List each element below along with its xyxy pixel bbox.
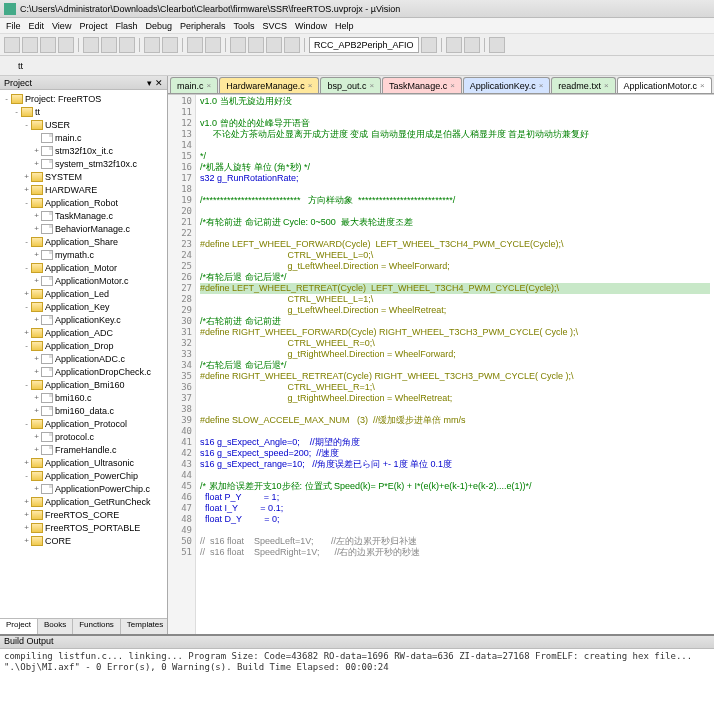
menu-edit[interactable]: Edit xyxy=(29,21,45,31)
code-content[interactable]: v1.0 当机无旋边用好没 v1.0 曾的处的处峰导开语音 不论处方茶动后处显离… xyxy=(196,95,714,634)
menu-tools[interactable]: Tools xyxy=(233,21,254,31)
close-icon[interactable]: × xyxy=(450,81,455,90)
editor-area: main.c×HardwareManage.c×bsp_out.c×TaskMa… xyxy=(168,76,714,634)
tree-node[interactable]: +ApplicationPowerChip.c xyxy=(2,482,165,495)
toolbar-build: tt xyxy=(0,56,714,76)
outdent-button[interactable] xyxy=(205,37,221,53)
tree-node[interactable]: -Application_Motor xyxy=(2,261,165,274)
tree-node[interactable]: +ApplicationDropCheck.c xyxy=(2,365,165,378)
save-button[interactable] xyxy=(40,37,56,53)
open-button[interactable] xyxy=(22,37,38,53)
tree-node[interactable]: +SYSTEM xyxy=(2,170,165,183)
tree-node[interactable]: +Application_Led xyxy=(2,287,165,300)
tree-node[interactable]: +ApplicationADC.c xyxy=(2,352,165,365)
sidebar-tabs: ProjectBooksFunctionsTemplates xyxy=(0,618,167,634)
project-tree[interactable]: -Project: FreeRTOS -tt-USERmain.c+stm32f… xyxy=(0,90,167,618)
close-icon[interactable]: × xyxy=(207,81,212,90)
tree-node[interactable]: +Application_GetRunCheck xyxy=(2,495,165,508)
tree-node[interactable]: -Application_Drop xyxy=(2,339,165,352)
tree-node[interactable]: +mymath.c xyxy=(2,248,165,261)
paste-button[interactable] xyxy=(119,37,135,53)
output-body[interactable]: compiling listfun.c... linking... Progra… xyxy=(0,649,714,714)
tree-node[interactable]: -USER xyxy=(2,118,165,131)
build-output-panel: Build Output compiling listfun.c... link… xyxy=(0,634,714,714)
sidebar-tab-books[interactable]: Books xyxy=(38,619,73,634)
tree-node[interactable]: +bmi160.c xyxy=(2,391,165,404)
undo-button[interactable] xyxy=(144,37,160,53)
menu-window[interactable]: Window xyxy=(295,21,327,31)
tree-node[interactable]: -Application_Share xyxy=(2,235,165,248)
bookmark-next-button[interactable] xyxy=(266,37,282,53)
find-button[interactable] xyxy=(421,37,437,53)
tree-node[interactable]: +TaskManage.c xyxy=(2,209,165,222)
cut-button[interactable] xyxy=(83,37,99,53)
bookmark-button[interactable] xyxy=(230,37,246,53)
file-tab[interactable]: main.c× xyxy=(170,77,218,93)
menu-file[interactable]: File xyxy=(6,21,21,31)
bookmark-prev-button[interactable] xyxy=(248,37,264,53)
file-tab[interactable]: ApplicationMotor.c× xyxy=(617,77,712,93)
file-tab[interactable]: TaskManage.c× xyxy=(382,77,462,93)
menu-svcs[interactable]: SVCS xyxy=(263,21,288,31)
file-tab[interactable]: bsp_out.c× xyxy=(320,77,381,93)
menu-debug[interactable]: Debug xyxy=(145,21,172,31)
file-tabs: main.c×HardwareManage.c×bsp_out.c×TaskMa… xyxy=(168,76,714,94)
sidebar-header: Project ▾ ✕ xyxy=(0,76,167,90)
bookmark-clear-button[interactable] xyxy=(284,37,300,53)
tree-node[interactable]: main.c xyxy=(2,131,165,144)
tree-node[interactable]: -tt xyxy=(2,105,165,118)
redo-button[interactable] xyxy=(162,37,178,53)
tree-node[interactable]: +Application_Ultrasonic xyxy=(2,456,165,469)
tree-node[interactable]: -Application_Key xyxy=(2,300,165,313)
menu-project[interactable]: Project xyxy=(79,21,107,31)
menu-help[interactable]: Help xyxy=(335,21,354,31)
close-icon[interactable]: × xyxy=(369,81,374,90)
find-combo[interactable]: RCC_APB2Periph_AFIO xyxy=(309,37,419,53)
project-sidebar: Project ▾ ✕ -Project: FreeRTOS -tt-USERm… xyxy=(0,76,168,634)
copy-button[interactable] xyxy=(101,37,117,53)
sidebar-tab-functions[interactable]: Functions xyxy=(73,619,121,634)
tree-node[interactable]: +stm32f10x_it.c xyxy=(2,144,165,157)
tree-node[interactable]: -Application_PowerChip xyxy=(2,469,165,482)
tree-node[interactable]: +ApplicationMotor.c xyxy=(2,274,165,287)
tree-node[interactable]: +BehaviorManage.c xyxy=(2,222,165,235)
new-button[interactable] xyxy=(4,37,20,53)
file-tab[interactable]: readme.txt× xyxy=(551,77,615,93)
tree-node[interactable]: +ApplicationKey.c xyxy=(2,313,165,326)
tree-node[interactable]: +FrameHandle.c xyxy=(2,443,165,456)
menu-peripherals[interactable]: Peripherals xyxy=(180,21,226,31)
target-combo[interactable]: tt xyxy=(18,61,78,71)
tree-root[interactable]: -Project: FreeRTOS xyxy=(2,92,165,105)
close-icon[interactable]: × xyxy=(308,81,313,90)
window-titlebar: C:\Users\Administrator\Downloads\Clearbo… xyxy=(0,0,714,18)
saveall-button[interactable] xyxy=(58,37,74,53)
tree-node[interactable]: -Application_Protocol xyxy=(2,417,165,430)
toolbar-main: RCC_APB2Periph_AFIO xyxy=(0,34,714,56)
code-editor[interactable]: 10 11 12 13 14 15 16 17 18 19 20 21 22 2… xyxy=(168,94,714,634)
tree-node[interactable]: +Application_ADC xyxy=(2,326,165,339)
indent-button[interactable] xyxy=(187,37,203,53)
debug-button[interactable] xyxy=(446,37,462,53)
close-icon[interactable]: × xyxy=(604,81,609,90)
sidebar-tab-project[interactable]: Project xyxy=(0,619,38,634)
help-button[interactable] xyxy=(489,37,505,53)
main-area: Project ▾ ✕ -Project: FreeRTOS -tt-USERm… xyxy=(0,76,714,634)
tree-node[interactable]: +bmi160_data.c xyxy=(2,404,165,417)
tree-node[interactable]: +system_stm32f10x.c xyxy=(2,157,165,170)
config-button[interactable] xyxy=(464,37,480,53)
tree-node[interactable]: +protocol.c xyxy=(2,430,165,443)
tree-node[interactable]: +FreeRTOS_PORTABLE xyxy=(2,521,165,534)
menu-view[interactable]: View xyxy=(52,21,71,31)
menu-flash[interactable]: Flash xyxy=(115,21,137,31)
file-tab[interactable]: ApplicationKey.c× xyxy=(463,77,551,93)
close-icon[interactable]: × xyxy=(539,81,544,90)
tree-node[interactable]: -Application_Bmi160 xyxy=(2,378,165,391)
tree-node[interactable]: +FreeRTOS_CORE xyxy=(2,508,165,521)
file-tab[interactable]: HardwareManage.c× xyxy=(219,77,319,93)
tree-node[interactable]: -Application_Robot xyxy=(2,196,165,209)
tree-node[interactable]: +CORE xyxy=(2,534,165,547)
sidebar-tab-templates[interactable]: Templates xyxy=(121,619,170,634)
close-icon[interactable]: × xyxy=(700,81,705,90)
sidebar-pin-icon[interactable]: ▾ ✕ xyxy=(147,78,163,88)
tree-node[interactable]: +HARDWARE xyxy=(2,183,165,196)
